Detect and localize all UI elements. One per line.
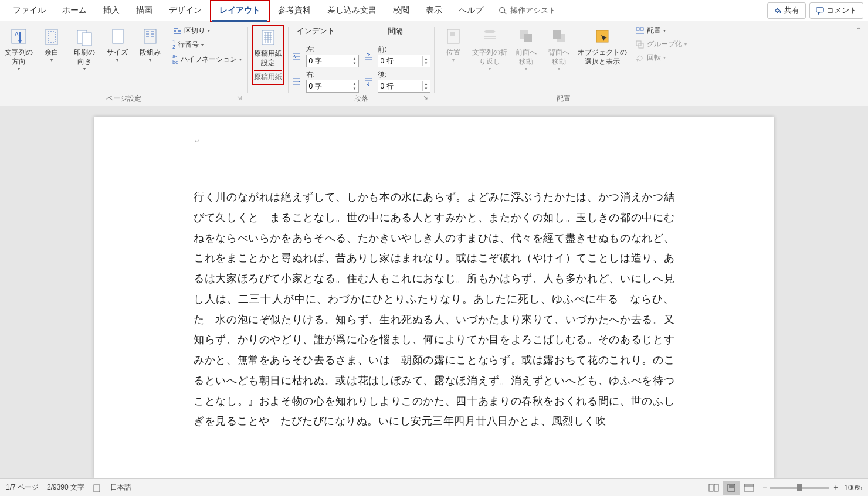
- hyphenation-button[interactable]: a-bc ハイフネーション ▾: [170, 52, 244, 66]
- svg-rect-32: [524, 34, 532, 42]
- word-count[interactable]: 2/9390 文字: [47, 483, 84, 492]
- language-status[interactable]: 日本語: [110, 483, 131, 492]
- spacing-header: 間隔: [388, 26, 403, 36]
- spin-up-icon[interactable]: ▲: [351, 81, 358, 86]
- web-layout-button[interactable]: [740, 481, 758, 495]
- document-page[interactable]: ↵ 行く川のながれは絶えずして、しかも本の水にあらず。よどみに浮ぶうたかたは、か…: [94, 117, 774, 478]
- line-numbers-button[interactable]: 12 行番号 ▾: [170, 38, 244, 51]
- indent-right-spinner[interactable]: ▲▼: [306, 80, 359, 93]
- svg-rect-48: [744, 484, 754, 491]
- chevron-down-icon: ▾: [684, 42, 687, 47]
- tab-layout[interactable]: レイアウト: [210, 0, 270, 22]
- spin-down-icon[interactable]: ▼: [423, 86, 430, 91]
- page-count[interactable]: 1/7 ページ: [6, 483, 39, 492]
- chevron-down-icon: ▾: [116, 57, 118, 63]
- svg-rect-28: [450, 32, 455, 36]
- svg-rect-8: [48, 32, 55, 42]
- tab-help[interactable]: ヘルプ: [450, 1, 491, 21]
- spin-down-icon[interactable]: ▼: [351, 61, 358, 66]
- tab-file[interactable]: ファイル: [5, 1, 54, 21]
- columns-button[interactable]: 段組み ▾: [135, 25, 165, 65]
- svg-rect-11: [113, 29, 123, 43]
- manuscript-settings-button[interactable]: 原稿用紙設定 原稿用紙: [252, 25, 284, 85]
- selection-pane-button[interactable]: オブジェクトの選択と表示: [577, 25, 628, 69]
- svg-rect-34: [553, 30, 561, 39]
- arrange-group-label: 配置: [438, 94, 689, 106]
- chevron-down-icon: ▾: [239, 57, 242, 62]
- spacing-before-spinner[interactable]: ▲▼: [378, 55, 430, 67]
- spacing-before-input[interactable]: [378, 57, 413, 65]
- spin-up-icon[interactable]: ▲: [423, 56, 430, 61]
- paragraph-mark: ↵: [195, 138, 199, 144]
- zoom-in-button[interactable]: ＋: [832, 483, 839, 492]
- bring-forward-button[interactable]: 前面へ移動 ▾: [511, 25, 541, 74]
- indent-left-spinner[interactable]: ▲▼: [306, 55, 359, 67]
- tab-mailings[interactable]: 差し込み文書: [319, 1, 385, 21]
- print-layout-button[interactable]: [723, 481, 740, 495]
- position-icon: [444, 27, 463, 46]
- spin-down-icon[interactable]: ▼: [351, 86, 358, 91]
- wrap-text-button[interactable]: 文字列の折り返し ▾: [471, 25, 508, 74]
- document-area: ↵ 行く川のながれは絶えずして、しかも本の水にあらず。よどみに浮ぶうたかたは、か…: [0, 106, 868, 478]
- size-icon: [108, 27, 127, 46]
- breaks-button[interactable]: 区切り ▾: [170, 25, 244, 37]
- tab-design[interactable]: デザイン: [161, 1, 210, 21]
- menubar: ファイル ホーム 挿入 描画 デザイン レイアウト 参考資料 差し込み文書 校閲…: [0, 0, 868, 21]
- indent-right-input[interactable]: [307, 82, 342, 90]
- collapse-ribbon-icon[interactable]: ⌃: [856, 26, 862, 35]
- size-button[interactable]: サイズ ▾: [102, 25, 133, 65]
- tell-me[interactable]: 操作アシスト: [491, 5, 563, 16]
- chevron-down-icon: ▾: [83, 66, 86, 72]
- breaks-label: 区切り: [184, 26, 205, 36]
- page-setup-dialog-launcher[interactable]: ⇲: [237, 95, 245, 103]
- chevron-down-icon: ▾: [452, 57, 455, 63]
- orientation-button[interactable]: 印刷の向き ▾: [69, 25, 100, 74]
- group-button[interactable]: グループ化 ▾: [633, 38, 689, 50]
- chevron-down-icon: ▾: [149, 57, 151, 63]
- text-direction-button[interactable]: A 文字列の方向 ▾: [4, 25, 34, 74]
- zoom-out-button[interactable]: −: [762, 484, 767, 492]
- breaks-icon: [172, 26, 182, 36]
- rotate-button[interactable]: 回転 ▾: [633, 52, 689, 64]
- spin-up-icon[interactable]: ▲: [423, 81, 430, 86]
- margins-button[interactable]: 余白 ▾: [36, 25, 67, 65]
- zoom-track[interactable]: [770, 487, 829, 489]
- columns-label: 段組み: [140, 48, 161, 57]
- svg-rect-37: [640, 28, 643, 30]
- group-objects-label: グループ化: [647, 39, 682, 49]
- zoom-slider[interactable]: − ＋: [762, 483, 839, 492]
- svg-rect-36: [636, 28, 639, 30]
- wrap-text-label: 文字列の折り返し: [472, 48, 507, 66]
- bring-forward-label: 前面へ移動: [516, 48, 537, 66]
- svg-marker-6: [18, 40, 22, 43]
- position-button[interactable]: 位置 ▾: [438, 25, 469, 65]
- document-body-text[interactable]: 行く川のながれは絶えずして、しかも本の水にあらず。よどみに浮ぶうたかたは、かつ消…: [194, 187, 674, 432]
- send-backward-button[interactable]: 背面へ移動 ▾: [544, 25, 574, 74]
- line-numbers-icon: 12: [172, 39, 175, 50]
- page-setup-group-label: ページ設定: [4, 94, 244, 106]
- margins-label: 余白: [45, 48, 59, 57]
- align-button[interactable]: 配置 ▾: [633, 25, 689, 37]
- zoom-level[interactable]: 100%: [844, 484, 862, 492]
- manuscript-settings-label: 原稿用紙設定: [254, 49, 282, 67]
- tab-references[interactable]: 参考資料: [270, 1, 319, 21]
- wrap-text-icon: [480, 27, 499, 46]
- spacing-after-spinner[interactable]: ▲▼: [378, 80, 430, 93]
- proofing-icon[interactable]: [93, 483, 102, 492]
- indent-left-input[interactable]: [307, 57, 342, 65]
- read-mode-button[interactable]: [705, 481, 723, 495]
- tab-insert[interactable]: 挿入: [95, 1, 128, 21]
- paragraph-dialog-launcher[interactable]: ⇲: [423, 95, 432, 103]
- svg-rect-44: [714, 484, 718, 491]
- spin-up-icon[interactable]: ▲: [351, 56, 358, 61]
- share-button[interactable]: 共有: [767, 2, 806, 19]
- tab-review[interactable]: 校閲: [385, 1, 418, 21]
- tab-draw[interactable]: 描画: [128, 1, 161, 21]
- zoom-thumb[interactable]: [797, 484, 802, 491]
- tab-view[interactable]: 表示: [418, 1, 450, 21]
- spin-down-icon[interactable]: ▼: [423, 61, 430, 66]
- comments-button[interactable]: コメント: [809, 2, 863, 19]
- orientation-label: 印刷の向き: [74, 48, 95, 66]
- spacing-after-input[interactable]: [378, 82, 413, 90]
- tab-home[interactable]: ホーム: [54, 1, 95, 21]
